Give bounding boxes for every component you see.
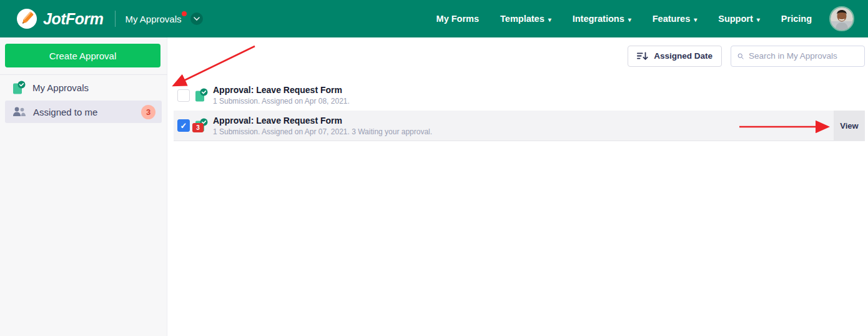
workspace-label: My Approvals bbox=[126, 14, 182, 24]
list-toolbar: Assigned Date bbox=[167, 37, 868, 74]
sidebar-item-label: Assigned to me bbox=[33, 107, 97, 117]
caret-down-icon: ▾ bbox=[628, 16, 631, 23]
sort-by-button[interactable]: Assigned Date bbox=[628, 46, 722, 67]
avatar-photo bbox=[831, 7, 853, 30]
approvals-list: Approval: Leave Request Form 1 Submissio… bbox=[174, 80, 865, 141]
row-checkbox[interactable] bbox=[177, 89, 190, 102]
view-button[interactable]: View bbox=[834, 111, 865, 141]
nav-pricing[interactable]: Pricing bbox=[781, 14, 812, 24]
nav-my-forms[interactable]: My Forms bbox=[436, 14, 480, 24]
approval-row-2[interactable]: ✓ 3 Approval: Leave Request Form 1 Submi… bbox=[174, 111, 865, 141]
search-box bbox=[731, 46, 865, 67]
approval-title: Approval: Leave Request Form bbox=[213, 85, 350, 95]
brand-name: JotForm bbox=[43, 10, 104, 28]
waiting-count-badge: 3 bbox=[192, 123, 204, 132]
chevron-down-icon[interactable] bbox=[190, 12, 203, 25]
caret-down-icon: ▾ bbox=[694, 16, 697, 23]
approval-subtitle: 1 Submission. Assigned on Apr 07, 2021. … bbox=[213, 127, 432, 136]
create-approval-button[interactable]: Create Approval bbox=[5, 44, 160, 67]
nav-support[interactable]: Support▾ bbox=[718, 14, 760, 24]
row-checkbox-checked[interactable]: ✓ bbox=[177, 119, 190, 132]
nav-integrations[interactable]: Integrations▾ bbox=[573, 14, 631, 24]
row-text: Approval: Leave Request Form 1 Submissio… bbox=[213, 85, 350, 106]
sort-icon bbox=[637, 51, 648, 61]
checkmark-icon: ✓ bbox=[180, 121, 187, 131]
assigned-count-badge: 3 bbox=[141, 105, 155, 119]
search-icon bbox=[737, 51, 744, 62]
users-icon bbox=[12, 107, 26, 117]
search-input[interactable] bbox=[749, 51, 859, 61]
approval-form-icon: 3 bbox=[195, 118, 209, 133]
sidebar-nav: My Approvals Assigned to me 3 bbox=[0, 67, 167, 123]
navbar-divider bbox=[115, 11, 116, 27]
sidebar-item-label: My Approvals bbox=[32, 82, 89, 93]
nav-templates[interactable]: Templates▾ bbox=[500, 14, 551, 24]
approval-subtitle: 1 Submission. Assigned on Apr 08, 2021. bbox=[213, 97, 350, 106]
approval-row-1[interactable]: Approval: Leave Request Form 1 Submissio… bbox=[174, 80, 865, 111]
main-nav: My Forms Templates▾ Integrations▾ Featur… bbox=[436, 14, 812, 24]
sidebar: Create Approval My Approvals Assigned to… bbox=[0, 37, 167, 336]
nav-features[interactable]: Features▾ bbox=[653, 14, 697, 24]
top-navbar: JotForm My Approvals My Forms Templates▾… bbox=[0, 0, 868, 37]
approval-title: Approval: Leave Request Form bbox=[213, 116, 432, 126]
jotform-logo[interactable]: JotForm bbox=[16, 8, 104, 29]
row-text: Approval: Leave Request Form 1 Submissio… bbox=[213, 116, 432, 136]
caret-down-icon: ▾ bbox=[548, 16, 551, 23]
caret-down-icon: ▾ bbox=[757, 16, 760, 23]
approval-form-icon bbox=[195, 88, 209, 103]
main-content: Assigned Date Approval: Leave Request Fo… bbox=[167, 37, 868, 336]
sidebar-item-assigned-to-me[interactable]: Assigned to me 3 bbox=[5, 101, 162, 123]
workspace-switcher[interactable]: My Approvals bbox=[126, 12, 203, 25]
sidebar-item-my-approvals[interactable]: My Approvals bbox=[5, 76, 162, 99]
approval-icon bbox=[12, 81, 26, 95]
jotform-pencil-icon bbox=[16, 8, 37, 29]
user-avatar[interactable] bbox=[829, 6, 854, 31]
sort-label: Assigned Date bbox=[654, 51, 713, 61]
notification-dot bbox=[182, 11, 187, 16]
